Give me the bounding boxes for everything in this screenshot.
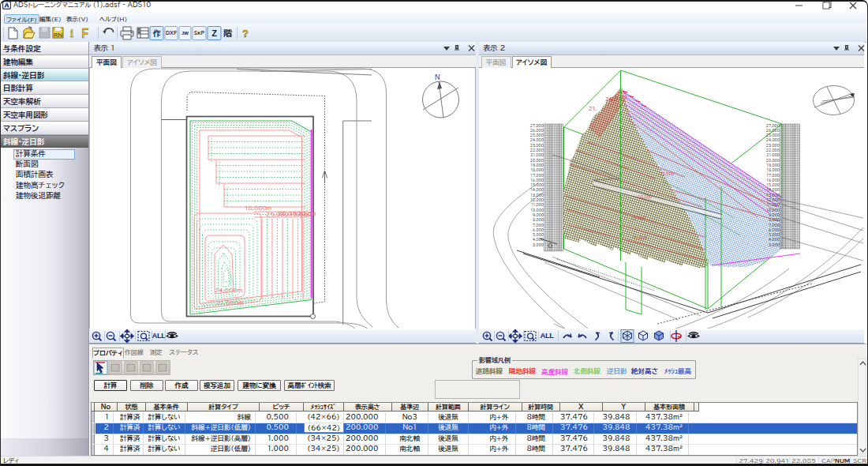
svg-text:20.000: 20.000 <box>765 159 779 163</box>
svg-text:26.000: 26.000 <box>529 128 543 133</box>
svg-text:6.000: 6.000 <box>768 227 779 232</box>
svg-text:DXF: DXF <box>166 31 177 36</box>
svg-text:14.000: 14.000 <box>766 188 780 192</box>
svg-text:SKP: SKP <box>194 31 205 36</box>
svg-text:Z: Z <box>211 28 217 37</box>
svg-text:7.000: 7.000 <box>532 224 543 227</box>
svg-text:4.000: 4.000 <box>532 238 543 242</box>
svg-text:12.000: 12.000 <box>766 198 780 202</box>
svg-text:16.000: 16.000 <box>766 178 780 182</box>
svg-text:21.000m: 21.000m <box>216 300 243 306</box>
svg-text:27.000: 27.000 <box>529 124 543 128</box>
svg-text:作: 作 <box>153 29 161 37</box>
svg-text:11.000: 11.000 <box>766 203 779 207</box>
svg-text:RN: RN <box>54 32 62 38</box>
svg-text:23.000: 23.000 <box>765 144 779 148</box>
svg-text:5.000: 5.000 <box>532 233 543 237</box>
svg-text:10.000: 10.000 <box>633 236 647 240</box>
svg-text:11.000: 11.000 <box>530 203 543 207</box>
svg-text:21.000: 21.000 <box>530 153 544 157</box>
svg-text:15.000: 15.000 <box>530 183 544 187</box>
svg-text:25.000: 25.000 <box>765 133 779 137</box>
svg-text:12.000: 12.000 <box>530 198 544 202</box>
svg-text:24.000: 24.000 <box>529 138 543 142</box>
svg-text:19.000: 19.000 <box>766 163 780 167</box>
svg-text:21.: 21. <box>589 107 597 111</box>
svg-text:22.000: 22.000 <box>765 148 779 152</box>
svg-text:24.000: 24.000 <box>765 138 779 142</box>
svg-text:25.000: 25.000 <box>529 133 543 137</box>
svg-text:24.000m: 24.000m <box>215 287 242 293</box>
svg-text:21.000: 21.000 <box>766 153 780 157</box>
svg-text:22.000: 22.000 <box>529 148 543 152</box>
svg-text:8.000: 8.000 <box>768 218 779 222</box>
svg-text:15.000: 15.000 <box>766 183 780 187</box>
svg-text:27.000: 27.000 <box>765 124 779 128</box>
svg-text:3.000: 3.000 <box>532 243 543 247</box>
svg-text:JW: JW <box>181 31 189 36</box>
svg-text:10.000: 10.000 <box>530 209 544 212</box>
svg-text:9.000: 9.000 <box>532 213 543 217</box>
svg-text:F: F <box>81 28 88 39</box>
svg-text:5.000: 5.000 <box>768 233 779 237</box>
svg-text:26.000: 26.000 <box>765 128 779 133</box>
svg-text:17.000: 17.000 <box>766 174 780 178</box>
svg-text:7.000: 7.000 <box>768 224 779 227</box>
svg-text:24.0: 24.0 <box>605 97 618 102</box>
svg-text:4.000: 4.000 <box>768 238 779 242</box>
svg-text:10.00: 10.00 <box>298 211 316 216</box>
svg-text:20.000: 20.000 <box>529 159 543 163</box>
svg-text:18.000m: 18.000m <box>245 205 271 211</box>
svg-text:i: i <box>70 28 73 39</box>
svg-text:階: 階 <box>223 28 232 37</box>
svg-text:?: ? <box>242 28 249 39</box>
svg-text:13.000: 13.000 <box>766 194 780 197</box>
svg-text:20.000: 20.000 <box>638 195 653 199</box>
svg-text:15.000: 15.000 <box>631 216 645 220</box>
svg-text:18.000: 18.000 <box>530 168 544 172</box>
svg-text:13.000: 13.000 <box>530 194 544 197</box>
svg-text:23.000: 23.000 <box>529 144 543 148</box>
svg-text:ALL: ALL <box>540 331 554 340</box>
svg-text:3.000: 3.000 <box>768 243 779 247</box>
svg-text:19.000: 19.000 <box>530 163 544 167</box>
svg-text:8.000: 8.000 <box>532 218 543 222</box>
svg-text:6.000: 6.000 <box>532 227 543 232</box>
svg-text:9.000: 9.000 <box>768 213 779 217</box>
svg-text:14.000: 14.000 <box>530 188 544 192</box>
svg-text:25.000: 25.000 <box>660 172 675 176</box>
svg-text:16.000: 16.000 <box>530 178 544 182</box>
svg-text:18.000: 18.000 <box>766 168 780 172</box>
svg-text:N: N <box>435 74 440 81</box>
svg-text:17.000: 17.000 <box>530 174 544 178</box>
svg-text:10.000: 10.000 <box>766 209 780 212</box>
svg-text:ALL: ALL <box>152 331 166 340</box>
